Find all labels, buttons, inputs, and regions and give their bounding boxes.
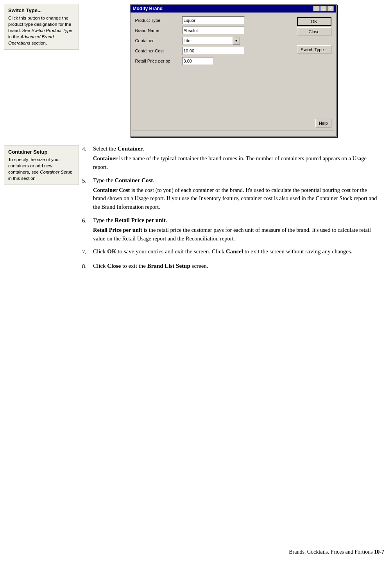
- help-button[interactable]: Help: [315, 119, 331, 127]
- container-dropdown-wrapper: ▼: [182, 37, 240, 45]
- step-4-content: Select the Container. Container is the n…: [93, 145, 380, 172]
- step-5-description: Container Cost is the cost (to you) of e…: [93, 186, 380, 212]
- retail-price-input[interactable]: [182, 57, 213, 65]
- minimize-btn[interactable]: _: [313, 6, 320, 11]
- brand-name-label: Brand Name: [135, 28, 182, 33]
- top-section: Switch Type... Click this button to chan…: [0, 0, 392, 137]
- brand-name-row: Brand Name: [135, 27, 293, 34]
- dialog-area: Modify Brand _ □ ✕ Product Type: [82, 4, 392, 137]
- switch-type-note-body: Click this button to change the product …: [8, 15, 75, 46]
- step-6-description: Retail Price per unit is the retail pric…: [93, 226, 380, 243]
- step-7: 7. Click OK to save your entries and exi…: [82, 248, 380, 257]
- dialog-titlebar: Modify Brand _ □ ✕: [131, 5, 336, 13]
- step-5-number: 5.: [82, 177, 93, 212]
- step-6-content: Type the Retail Price per unit. Retail P…: [93, 217, 380, 243]
- left-sidebar-top: Switch Type... Click this button to chan…: [0, 4, 82, 137]
- step-8: 8. Click Close to exit the Brand List Se…: [82, 263, 380, 272]
- modify-brand-dialog: Modify Brand _ □ ✕ Product Type: [130, 4, 337, 137]
- container-label: Container: [135, 38, 182, 43]
- step-7-heading: Click OK to save your entries and exit t…: [93, 248, 380, 255]
- step-7-number: 7.: [82, 248, 93, 257]
- page-footer: Brands, Cocktails, Prices and Portions 1…: [289, 549, 384, 555]
- step-8-number: 8.: [82, 263, 93, 272]
- step-4: 4. Select the Container. Container is th…: [82, 145, 380, 172]
- container-cost-input[interactable]: [182, 47, 245, 55]
- steps-body: 4. Select the Container. Container is th…: [82, 145, 392, 277]
- step-6-heading: Type the Retail Price per unit.: [93, 217, 380, 224]
- switch-type-note-title: Switch Type...: [8, 7, 75, 13]
- switch-type-button[interactable]: Switch Type...: [297, 45, 331, 54]
- step-8-content: Click Close to exit the Brand List Setup…: [93, 263, 380, 272]
- switch-type-note: Switch Type... Click this button to chan…: [4, 4, 79, 50]
- main-content: Container Setup To specify the size of y…: [0, 145, 392, 277]
- step-7-content: Click OK to save your entries and exit t…: [93, 248, 380, 257]
- page-container: Switch Type... Click this button to chan…: [0, 0, 392, 563]
- footer-page: 10-7: [374, 549, 384, 555]
- product-type-row: Product Type: [135, 16, 293, 24]
- brand-name-input[interactable]: [182, 27, 245, 34]
- step-5-heading: Type the Container Cost.: [93, 177, 380, 184]
- close-btn[interactable]: ✕: [328, 6, 334, 11]
- step-5: 5. Type the Container Cost. Container Co…: [82, 177, 380, 212]
- step-6-number: 6.: [82, 217, 93, 243]
- step-4-description: Container is the name of the typical con…: [93, 154, 380, 172]
- dialog-buttons: OK Close Switch Type...: [297, 16, 331, 114]
- retail-price-row: Retail Price per oz: [135, 57, 293, 65]
- step-4-heading: Select the Container.: [93, 145, 380, 152]
- step-4-number: 4.: [82, 145, 93, 172]
- container-dropdown-btn[interactable]: ▼: [233, 37, 240, 45]
- step-5-content: Type the Container Cost. Container Cost …: [93, 177, 380, 212]
- dialog-form: Product Type Brand Name Container: [135, 16, 293, 114]
- help-row: Help: [131, 117, 336, 131]
- container-setup-note: Container Setup To specify the size of y…: [4, 145, 79, 185]
- container-setup-body: To specify the size of your containers o…: [8, 156, 75, 181]
- container-row: Container ▼: [135, 37, 293, 45]
- ok-button[interactable]: OK: [297, 17, 331, 26]
- dialog-title: Modify Brand: [133, 6, 163, 11]
- container-cost-row: Container Cost: [135, 47, 293, 55]
- container-input[interactable]: [182, 37, 233, 45]
- close-button[interactable]: Close: [297, 27, 331, 36]
- product-type-input[interactable]: [182, 16, 245, 24]
- footer-text: Brands, Cocktails, Prices and Portions: [289, 549, 373, 555]
- step-8-heading: Click Close to exit the Brand List Setup…: [93, 263, 380, 269]
- container-setup-title: Container Setup: [8, 149, 75, 155]
- titlebar-controls: _ □ ✕: [313, 6, 334, 11]
- product-type-label: Product Type: [135, 18, 182, 23]
- dialog-spacer: [135, 67, 293, 114]
- container-setup-sidebar: Container Setup To specify the size of y…: [0, 145, 82, 277]
- maximize-btn[interactable]: □: [320, 6, 327, 11]
- retail-price-label: Retail Price per oz: [135, 59, 182, 63]
- dialog-bottom-bar: [132, 131, 335, 134]
- container-cost-label: Container Cost: [135, 48, 182, 53]
- step-6: 6. Type the Retail Price per unit. Retai…: [82, 217, 380, 243]
- dialog-body: Product Type Brand Name Container: [131, 13, 336, 117]
